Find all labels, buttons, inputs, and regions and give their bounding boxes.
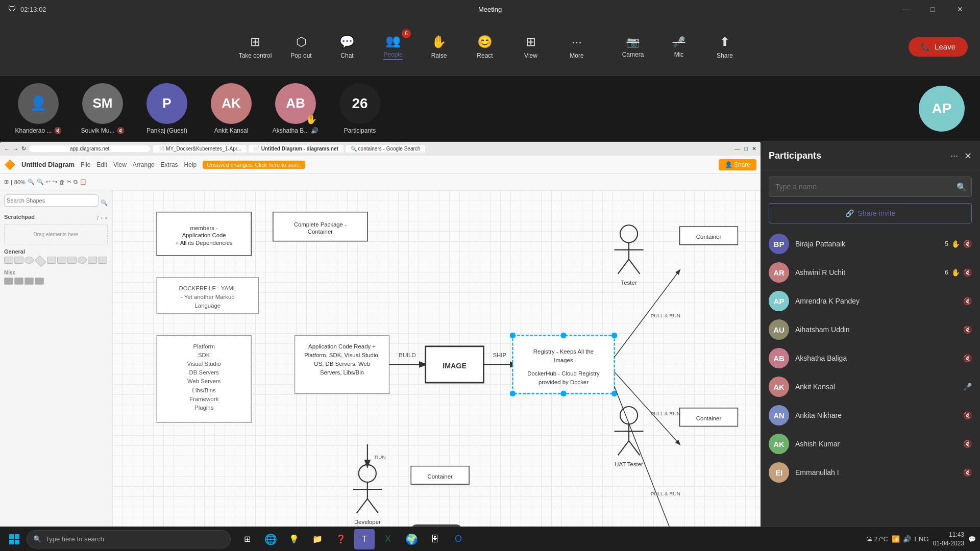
leave-button[interactable]: 📞 Leave [909,37,968,57]
chrome-button[interactable]: 🌍 [401,529,422,549]
delete[interactable]: 🗑 [59,179,65,185]
zoom-in[interactable]: 🔍 [28,179,35,185]
menu-extras[interactable]: Extras [161,161,178,168]
shape-c2[interactable] [78,257,87,264]
menu-file[interactable]: File [81,161,90,168]
shape-r5[interactable] [67,257,77,264]
shape-circle[interactable] [24,257,34,264]
back-btn[interactable]: ← [4,146,10,152]
menu-arrange[interactable]: Arrange [133,161,155,168]
drawio-canvas[interactable]: members - Application Code + All its Dep… [112,190,761,539]
mic-button[interactable]: 🎤 Mic [656,24,702,70]
outlook-button[interactable]: O [448,529,469,549]
svg-text:SDK: SDK [198,352,210,358]
svg-text:RUN: RUN [375,454,386,460]
chat-button[interactable]: 💬 Chat [324,24,370,70]
explorer-button[interactable]: 📁 [307,529,328,549]
help-button[interactable]: ❓ [331,529,351,549]
menu-help[interactable]: Help [184,161,197,168]
excel-button[interactable]: X [378,529,398,549]
pop-out-button[interactable]: ⬡ Pop out [278,24,324,70]
panel-close-button[interactable]: ✕ [964,151,972,162]
share-diag-button[interactable]: 👤 Share [719,159,756,170]
list-item[interactable]: AB Akshatha Baliga 🔇 [765,344,976,372]
misc-shape-3[interactable] [24,278,34,285]
menu-edit[interactable]: Edit [96,161,107,168]
browser-tab-2[interactable]: 📄 Untitled Diagram - diagrams.net [249,145,344,153]
zoom-out[interactable]: 🔍 [37,179,44,185]
minimize-button[interactable]: — [893,0,917,18]
drawio-header: 🔶 Untitled Diagram File Edit View Arrang… [0,156,761,174]
teams-button[interactable]: T [354,529,375,549]
camera-button[interactable]: 📷 Camera [610,24,656,70]
maximize-button[interactable]: □ [921,0,944,18]
paste[interactable]: 📋 [80,179,87,185]
list-item[interactable]: EI Emmanullah I 🔇 [765,458,976,487]
svg-text:Platform: Platform [193,343,215,349]
share-invite-button[interactable]: 🔗 Share invite [769,203,972,223]
url-bar[interactable]: app.diagrams.net [29,145,150,152]
taskbar-apps: ⊞ 🌐 💡 📁 ❓ T X 🌍 🗄 O [237,529,469,549]
search-participant-input[interactable] [769,177,972,197]
svg-rect-85 [15,540,19,544]
raise-label: Raise [431,52,447,59]
shape-rect[interactable] [4,257,13,264]
pop-out-label: Pop out [290,52,311,59]
list-item[interactable]: AU Aihatsham Uddin 🔇 [765,315,976,344]
raise-button[interactable]: ✋ Raise [416,24,462,70]
list-item[interactable]: AK Ankit Kansal 🎤 [765,372,976,401]
database-button[interactable]: 🗄 [425,529,445,549]
list-item[interactable]: AR Ashwini R Uchit 6 ✋ 🔇 [765,258,976,287]
start-button[interactable] [4,529,24,549]
panel-options-button[interactable]: ··· [950,151,958,162]
notification-icon[interactable]: 💬 [968,536,976,543]
view-button[interactable]: ⊞ View [508,24,554,70]
share-button[interactable]: ⬆ Share [702,24,748,70]
list-item[interactable]: AN Ankita Nikhare 🔇 [765,401,976,430]
list-item[interactable]: BP Biraja Pattanaik 5 ✋ 🔇 [765,230,976,258]
volume-icon[interactable]: 🔊 [903,535,911,543]
network-icon[interactable]: 📶 [892,535,900,543]
shape-r7[interactable] [98,257,107,264]
browser-tab-3[interactable]: 🔍 containers - Google Search [346,145,426,153]
misc-shape-2[interactable] [14,278,23,285]
misc-shape-1[interactable] [4,278,13,285]
drag-zone[interactable]: Drag elements here [4,224,108,244]
shape-diamond[interactable] [35,256,46,267]
taskview-button[interactable]: ⊞ [237,529,257,549]
shape-r3[interactable] [47,257,56,264]
toolbar-grid-icon[interactable]: ⊞ [4,179,9,185]
browser-tab-1[interactable]: 📄 MY_Docker&Kubernetes_1-Apr... [153,145,247,153]
svg-rect-84 [9,540,14,544]
copy[interactable]: ⧉ [74,179,78,185]
list-item[interactable]: AP Amrendra K Pandey 🔇 [765,287,976,315]
close-button[interactable]: ✕ [948,0,972,18]
search-shapes-input[interactable] [4,194,99,207]
svg-text:Libs/Bins: Libs/Bins [192,387,216,393]
shape-r6[interactable] [88,257,97,264]
shape-r4[interactable] [57,257,66,264]
undo[interactable]: ↩ [46,179,51,185]
react-button[interactable]: 😊 React [462,24,508,70]
redo[interactable]: ↪ [53,179,57,185]
reload-btn[interactable]: ↻ [21,145,26,152]
discover-button[interactable]: 💡 [284,529,304,549]
more-button[interactable]: ··· More [554,24,600,70]
menu-view[interactable]: View [113,161,127,168]
fwd-btn[interactable]: → [13,146,18,152]
misc-shape-4[interactable] [35,278,44,285]
edge-button[interactable]: 🌐 [260,529,281,549]
shape-rect2[interactable] [14,257,23,264]
minimize-browser[interactable]: — [734,145,740,152]
info-an: Ankita Nikhare [795,411,957,419]
taskbar-search-box[interactable]: 🔍 Type here to search [27,530,231,548]
close-browser[interactable]: ✕ [752,145,756,152]
list-item[interactable]: AK Ashish Kumar 🔇 [765,430,976,458]
maximize-browser[interactable]: □ [744,145,748,152]
zoom-level[interactable]: 80% [14,179,26,185]
title-bar: 🛡 02:13:02 Meeting — □ ✕ [0,0,980,18]
take-control-button[interactable]: ⊞ Take control [232,24,278,70]
unsaved-badge[interactable]: Unsaved changes. Click here to save. [203,161,305,169]
svg-text:SHIP: SHIP [493,352,507,358]
cut[interactable]: ✂ [67,179,71,185]
